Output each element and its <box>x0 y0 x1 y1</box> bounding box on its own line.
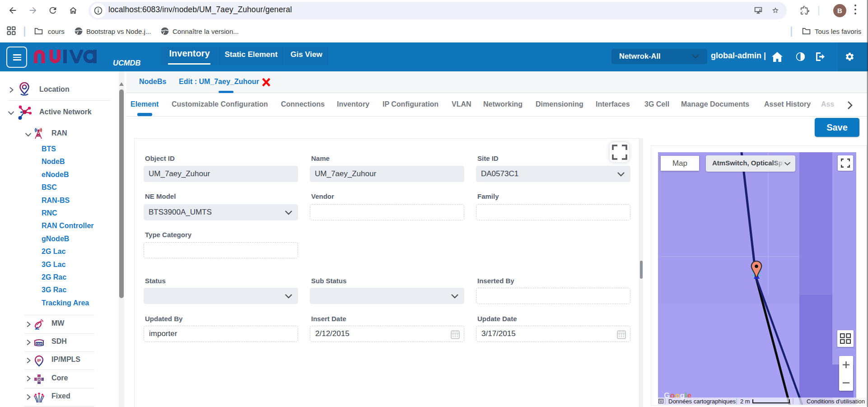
svg-text:IP: IP <box>37 358 41 363</box>
